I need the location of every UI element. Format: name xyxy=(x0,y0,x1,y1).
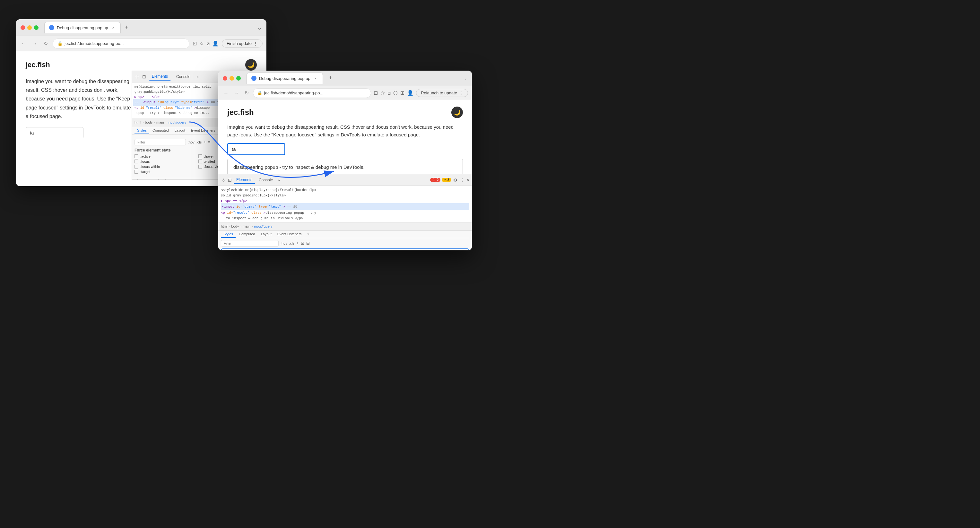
dt2-tab-styles[interactable]: Styles xyxy=(221,231,235,238)
profile-icon-2[interactable]: 👤 xyxy=(407,90,414,96)
new-tab-btn-2[interactable]: + xyxy=(326,74,335,83)
styles-tab-styles-1[interactable]: Styles xyxy=(135,127,149,134)
titlebar-1: Debug disappearing pop up × + ⌄ xyxy=(16,19,266,36)
error-badge-2: ⛔ 2 xyxy=(430,178,441,182)
dt2-tab-console[interactable]: Console xyxy=(256,177,275,184)
styles-tab-layout-1[interactable]: Layout xyxy=(172,127,188,134)
minimize-button-2[interactable] xyxy=(229,76,234,81)
filter-hov-2[interactable]: :hov xyxy=(280,242,287,245)
dt-pointer-icon-1[interactable]: ⊹ xyxy=(135,73,140,80)
dt2-device-icon[interactable]: ⊡ xyxy=(227,177,232,183)
dt2-tab-more[interactable]: » xyxy=(305,231,312,238)
dt2-pointer-icon[interactable]: ⊹ xyxy=(221,177,226,183)
tab-chevron-2[interactable]: ⌄ xyxy=(464,76,468,81)
dark-mode-btn-2[interactable]: 🌙 xyxy=(451,107,463,118)
close-button-2[interactable] xyxy=(223,76,227,81)
filter-copy-2[interactable]: ⊡ xyxy=(301,241,304,245)
filter-input-2[interactable] xyxy=(221,240,278,247)
filter-row-2: :hov .cls + ⊡ ⊞ xyxy=(221,240,469,247)
dt-tab-elements-1[interactable]: Elements xyxy=(149,73,171,81)
profile-icon-1[interactable]: 👤 xyxy=(212,40,219,46)
filter-add-1[interactable]: + xyxy=(204,140,206,145)
bc-input-1[interactable]: input#query xyxy=(168,120,186,124)
dt2-tab-elements[interactable]: Elements xyxy=(234,176,255,184)
dt2-close-btn[interactable]: × xyxy=(466,177,469,183)
bc-main-1[interactable]: main xyxy=(156,120,164,124)
dt2-tab-computed[interactable]: Computed xyxy=(236,231,258,238)
forward-btn-2[interactable]: → xyxy=(232,89,240,97)
styles-tab-computed-1[interactable]: Computed xyxy=(150,127,172,134)
filter-add-2[interactable]: + xyxy=(296,241,299,245)
dt2-more-tabs[interactable]: » xyxy=(277,178,281,183)
bc2-input[interactable]: input#query xyxy=(254,224,273,228)
state-label-focus-within-1: :focus-within xyxy=(140,165,160,169)
filter-hov-1[interactable]: :hov xyxy=(188,140,194,144)
dt2-tab-layout[interactable]: Layout xyxy=(258,231,274,238)
dt-tab-console-1[interactable]: Console xyxy=(173,73,194,80)
dt2-more-icon[interactable]: ⋮ xyxy=(459,177,465,183)
tab-close-2[interactable]: × xyxy=(313,76,318,81)
state-cb-focus-visible-1[interactable] xyxy=(198,165,202,169)
bc2-body[interactable]: body xyxy=(231,224,239,228)
reload-btn-2[interactable]: ↻ xyxy=(243,89,250,97)
state-cb-hover-1[interactable] xyxy=(198,154,202,158)
extensions-icon-2[interactable]: ⧄ xyxy=(387,90,391,96)
perf-icon-2[interactable]: ⬡ xyxy=(393,90,398,96)
dt2-html-line-3: ▶ <p> == </p> xyxy=(221,198,469,204)
dt-more-tabs-1[interactable]: » xyxy=(196,74,200,79)
address-field-2[interactable]: 🔒 jec.fish/demo/disappearing-po... xyxy=(253,88,371,98)
maximize-button-1[interactable] xyxy=(34,25,38,30)
forward-btn-1[interactable]: → xyxy=(31,40,38,48)
relaunch-button-2[interactable]: Relaunch to update ⋮ xyxy=(416,89,468,97)
sidebar-icon-2[interactable]: ⊞ xyxy=(400,90,404,96)
address-bar-2: ← → ↻ 🔒 jec.fish/demo/disappearing-po...… xyxy=(218,86,472,100)
new-tab-btn-1[interactable]: + xyxy=(122,23,131,32)
state-cb-target-1[interactable] xyxy=(135,170,138,173)
reload-btn-1[interactable]: ↻ xyxy=(42,40,49,48)
dark-mode-btn-1[interactable]: 🌙 xyxy=(245,59,257,71)
cast-icon-2[interactable]: ⊡ xyxy=(374,90,378,96)
close-button-1[interactable] xyxy=(21,25,25,30)
tab-favicon-1 xyxy=(49,25,54,30)
state-cb-active-1[interactable] xyxy=(135,154,138,158)
warn-badge-2: ⚠ 3 xyxy=(442,178,451,182)
dt2-tab-events[interactable]: Event Listeners xyxy=(275,231,304,238)
dt-device-icon-1[interactable]: ⊡ xyxy=(142,73,147,80)
tab-active-1[interactable]: Debug disappearing pop up × xyxy=(44,22,121,33)
state-cb-focus-1[interactable] xyxy=(135,159,138,163)
bc2-html[interactable]: html xyxy=(221,224,228,228)
back-btn-1[interactable]: ← xyxy=(20,40,28,48)
filter-cls-2[interactable]: .cls xyxy=(289,242,295,245)
cast-icon-1[interactable]: ⊡ xyxy=(192,40,197,46)
demo-input-1[interactable] xyxy=(26,127,83,138)
tab-close-1[interactable]: × xyxy=(111,25,116,30)
site-title-2: jec.fish xyxy=(227,108,254,117)
tab-chevron-1[interactable]: ⌄ xyxy=(257,24,262,31)
dt2-html-line-4[interactable]: <input id="query" type="text" > == $0 xyxy=(221,203,469,210)
filter-more-1[interactable]: ≡ xyxy=(208,140,211,145)
page-content-2: jec.fish 🌙 Imagine you want to debug the… xyxy=(218,100,472,174)
update-button-1[interactable]: Finish update ⋮ xyxy=(222,40,262,48)
star-icon-2[interactable]: ☆ xyxy=(380,90,385,96)
dt2-settings-icon[interactable]: ⚙ xyxy=(453,177,458,183)
filter-layout-2[interactable]: ⊞ xyxy=(306,241,310,245)
filter-input-1[interactable] xyxy=(135,139,186,145)
styles-tab-events-1[interactable]: Event Listeners xyxy=(188,127,218,134)
bc-body-1[interactable]: body xyxy=(145,120,153,124)
tab-active-2[interactable]: Debug disappearing pop up × xyxy=(247,73,323,84)
url-text-2: jec.fish/demo/disappearing-po... xyxy=(264,91,323,95)
extensions-icon-1[interactable]: ⧄ xyxy=(207,41,210,46)
star-icon-1[interactable]: ☆ xyxy=(199,40,204,46)
demo-input-2[interactable] xyxy=(227,143,285,155)
state-focus-within-1: :focus-within xyxy=(135,165,192,169)
dt2-html-line-6: to inspect & debug me in DevTools.</p> xyxy=(221,215,469,221)
bc-html-1[interactable]: html xyxy=(135,120,141,124)
filter-cls-1[interactable]: .cls xyxy=(196,140,202,144)
minimize-button-1[interactable] xyxy=(27,25,32,30)
state-cb-visited-1[interactable] xyxy=(198,159,202,163)
address-field-1[interactable]: 🔒 jec.fish/demo/disappearing-po... xyxy=(52,38,189,49)
back-btn-2[interactable]: ← xyxy=(222,89,230,97)
state-cb-focus-within-1[interactable] xyxy=(135,165,138,169)
bc2-main[interactable]: main xyxy=(243,224,250,228)
maximize-button-2[interactable] xyxy=(236,76,241,81)
